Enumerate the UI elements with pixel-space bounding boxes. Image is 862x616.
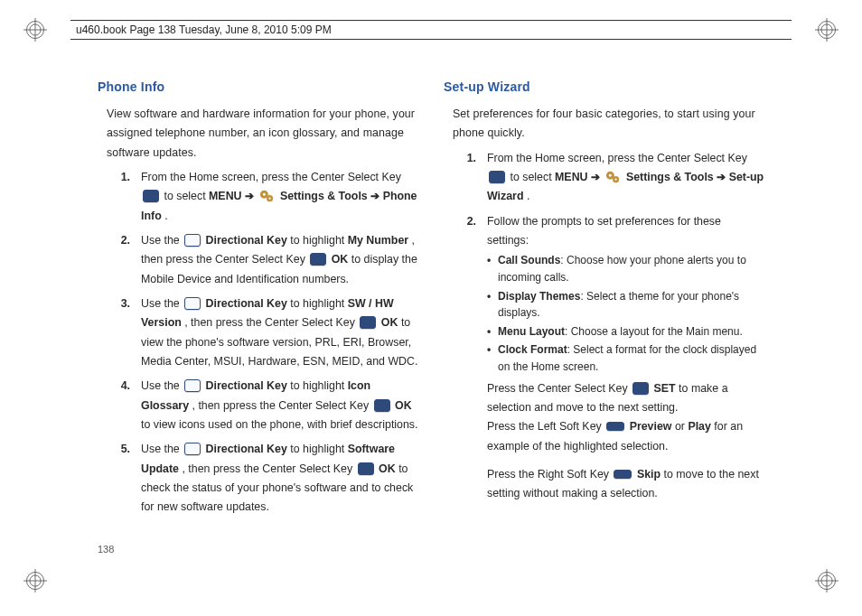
svg-point-18 [263,193,266,196]
bullet-item: •Display Themes: Select a theme for your… [487,288,764,322]
step-number: 3. [107,294,130,371]
list-item: 1. From the Home screen, press the Cente… [107,168,418,226]
bullet-item: •Menu Layout: Choose a layout for the Ma… [487,323,764,341]
directional-key-icon [184,443,201,455]
crop-mark-icon [815,569,839,593]
left-column: Phone Info View software and hardware in… [98,76,418,562]
directional-key-icon [184,234,201,247]
settings-gear-icon [604,170,621,184]
step-body: From the Home screen, press the Center S… [487,149,764,207]
center-select-key-icon [310,253,326,266]
para: Press the Center Select Key SET to make … [487,379,764,418]
document-header: u460.book Page 138 Tuesday, June 8, 2010… [70,20,792,40]
phone-info-steps: 1. From the Home screen, press the Cente… [107,168,418,518]
center-select-key-icon [632,382,649,395]
setup-wizard-heading: Set-up Wizard [444,76,764,98]
page-number: 138 [98,544,114,555]
list-item: 2. Follow the prompts to set preferences… [453,212,764,504]
setup-wizard-steps: 1. From the Home screen, press the Cente… [453,149,764,504]
list-item: 4. Use the Directional Key to highlight … [107,377,418,434]
settings-bullets: •Call Sounds: Choose how your phone aler… [487,252,764,375]
center-select-key-icon [360,316,376,329]
step-number: 5. [107,440,130,517]
step-number: 2. [107,231,130,289]
list-item: 5. Use the Directional Key to highlight … [107,440,418,517]
step-body: Use the Directional Key to highlight My … [141,231,418,289]
step-number: 1. [107,168,130,226]
step-body: From the Home screen, press the Center S… [141,168,418,226]
svg-point-23 [615,179,617,181]
crop-mark-icon [815,18,839,42]
phone-info-intro: View software and hardware information f… [107,105,418,163]
setup-wizard-intro: Set preferences for four basic categorie… [453,105,764,144]
step-number: 4. [107,377,130,434]
center-select-key-icon [374,399,390,412]
crop-mark-icon [23,18,47,42]
bullet-item: •Call Sounds: Choose how your phone aler… [487,252,764,285]
list-item: 2. Use the Directional Key to highlight … [107,231,418,289]
list-item: 1. From the Home screen, press the Cente… [453,149,764,207]
svg-point-19 [269,198,271,200]
list-item: 3. Use the Directional Key to highlight … [107,294,418,371]
directional-key-icon [184,379,201,392]
settings-gear-icon [258,189,275,203]
step-body: Follow the prompts to set preferences fo… [487,212,764,504]
header-text: u460.book Page 138 Tuesday, June 8, 2010… [76,23,332,36]
step-number: 1. [453,149,476,207]
phone-info-heading: Phone Info [98,76,418,98]
left-soft-key-icon [606,422,624,431]
page-body: Phone Info View software and hardware in… [98,76,764,562]
step-number: 2. [453,212,476,504]
step-body: Use the Directional Key to highlight Sof… [141,440,418,517]
center-select-key-icon [489,171,505,183]
center-select-key-icon [358,462,374,475]
right-column: Set-up Wizard Set preferences for four b… [444,76,764,562]
para: Press the Left Soft Key Preview or Play … [487,417,764,456]
bullet-item: •Clock Format: Select a format for the c… [487,341,764,375]
directional-key-icon [184,297,201,310]
svg-point-22 [609,174,612,177]
center-select-key-icon [143,190,159,202]
step-body: Use the Directional Key to highlight Ico… [141,377,418,434]
step-body: Use the Directional Key to highlight SW … [141,294,418,371]
right-soft-key-icon [614,470,632,479]
crop-mark-icon [23,569,47,593]
para: Press the Right Soft Key Skip to move to… [487,465,764,504]
